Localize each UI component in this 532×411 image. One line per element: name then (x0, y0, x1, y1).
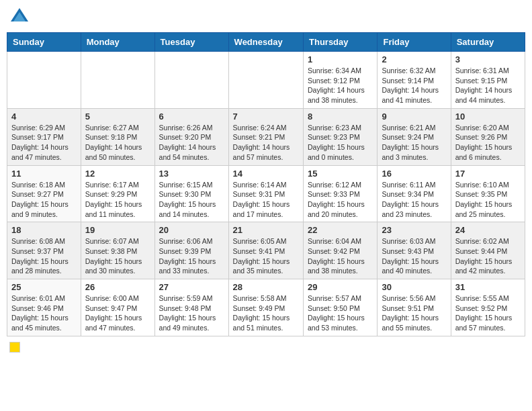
day-number: 9 (382, 111, 446, 122)
day-info: Sunrise: 6:02 AM Sunset: 9:44 PM Dayligh… (455, 236, 521, 276)
calendar-cell: 26Sunrise: 6:00 AM Sunset: 9:47 PM Dayli… (81, 279, 154, 336)
weekday-header: Monday (81, 33, 154, 52)
day-number: 10 (455, 111, 521, 122)
day-info: Sunrise: 6:10 AM Sunset: 9:35 PM Dayligh… (455, 180, 521, 220)
day-number: 25 (11, 282, 77, 292)
calendar-cell: 8Sunrise: 6:23 AM Sunset: 9:23 PM Daylig… (304, 108, 378, 165)
calendar-cell: 9Sunrise: 6:21 AM Sunset: 9:24 PM Daylig… (378, 108, 451, 165)
day-number: 26 (85, 282, 150, 292)
day-number: 30 (382, 282, 446, 292)
day-info: Sunrise: 6:29 AM Sunset: 9:17 PM Dayligh… (11, 123, 77, 163)
calendar-cell: 19Sunrise: 6:07 AM Sunset: 9:38 PM Dayli… (81, 222, 154, 279)
calendar-cell: 4Sunrise: 6:29 AM Sunset: 9:17 PM Daylig… (7, 108, 81, 165)
day-info: Sunrise: 6:06 AM Sunset: 9:39 PM Dayligh… (159, 236, 224, 276)
day-info: Sunrise: 5:59 AM Sunset: 9:48 PM Dayligh… (159, 293, 224, 333)
calendar-cell: 5Sunrise: 6:27 AM Sunset: 9:18 PM Daylig… (81, 108, 154, 165)
weekday-header: Thursday (304, 33, 378, 52)
page-header (7, 7, 525, 27)
logo-icon (9, 7, 30, 27)
calendar-cell: 20Sunrise: 6:06 AM Sunset: 9:39 PM Dayli… (154, 222, 228, 279)
day-info: Sunrise: 5:57 AM Sunset: 9:50 PM Dayligh… (308, 293, 373, 333)
day-info: Sunrise: 6:17 AM Sunset: 9:29 PM Dayligh… (85, 180, 150, 220)
day-number: 29 (308, 282, 373, 292)
day-info: Sunrise: 6:24 AM Sunset: 9:21 PM Dayligh… (233, 123, 299, 163)
calendar-cell: 10Sunrise: 6:20 AM Sunset: 9:26 PM Dayli… (451, 108, 525, 165)
weekday-header: Saturday (451, 33, 525, 52)
day-number: 15 (308, 169, 373, 179)
day-number: 7 (233, 111, 299, 122)
day-number: 2 (382, 54, 446, 64)
calendar-cell: 31Sunrise: 5:55 AM Sunset: 9:52 PM Dayli… (451, 279, 525, 336)
calendar-cell: 29Sunrise: 5:57 AM Sunset: 9:50 PM Dayli… (304, 279, 378, 336)
legend-box (9, 342, 20, 353)
weekday-header-row: SundayMondayTuesdayWednesdayThursdayFrid… (7, 33, 525, 52)
calendar-cell: 24Sunrise: 6:02 AM Sunset: 9:44 PM Dayli… (451, 222, 525, 279)
day-info: Sunrise: 6:03 AM Sunset: 9:43 PM Dayligh… (382, 236, 446, 276)
day-number: 18 (11, 225, 77, 235)
day-info: Sunrise: 6:05 AM Sunset: 9:41 PM Dayligh… (233, 236, 299, 276)
weekday-header: Tuesday (154, 33, 228, 52)
calendar-cell: 15Sunrise: 6:12 AM Sunset: 9:33 PM Dayli… (304, 165, 378, 222)
day-info: Sunrise: 5:58 AM Sunset: 9:49 PM Dayligh… (233, 293, 299, 333)
day-number: 4 (11, 111, 77, 122)
calendar-cell: 25Sunrise: 6:01 AM Sunset: 9:46 PM Dayli… (7, 279, 81, 336)
day-info: Sunrise: 5:55 AM Sunset: 9:52 PM Dayligh… (455, 293, 521, 333)
day-info: Sunrise: 6:23 AM Sunset: 9:23 PM Dayligh… (308, 123, 373, 163)
day-info: Sunrise: 6:18 AM Sunset: 9:27 PM Dayligh… (11, 180, 77, 220)
weekday-header: Sunday (7, 33, 81, 52)
day-number: 1 (308, 54, 373, 64)
day-number: 22 (308, 225, 373, 235)
calendar-cell: 13Sunrise: 6:15 AM Sunset: 9:30 PM Dayli… (154, 165, 228, 222)
day-number: 5 (85, 111, 150, 122)
calendar-cell: 11Sunrise: 6:18 AM Sunset: 9:27 PM Dayli… (7, 165, 81, 222)
logo (9, 7, 32, 27)
calendar-cell: 23Sunrise: 6:03 AM Sunset: 9:43 PM Dayli… (378, 222, 451, 279)
day-info: Sunrise: 6:00 AM Sunset: 9:47 PM Dayligh… (85, 293, 150, 333)
calendar-week-row: 18Sunrise: 6:08 AM Sunset: 9:37 PM Dayli… (7, 222, 525, 279)
calendar-cell: 18Sunrise: 6:08 AM Sunset: 9:37 PM Dayli… (7, 222, 81, 279)
day-number: 17 (455, 169, 521, 179)
day-info: Sunrise: 6:32 AM Sunset: 9:14 PM Dayligh… (382, 66, 446, 105)
calendar-cell: 12Sunrise: 6:17 AM Sunset: 9:29 PM Dayli… (81, 165, 154, 222)
day-number: 27 (159, 282, 224, 292)
calendar-cell: 14Sunrise: 6:14 AM Sunset: 9:31 PM Dayli… (228, 165, 303, 222)
calendar-cell: 16Sunrise: 6:11 AM Sunset: 9:34 PM Dayli… (378, 165, 451, 222)
calendar-cell: 17Sunrise: 6:10 AM Sunset: 9:35 PM Dayli… (451, 165, 525, 222)
day-info: Sunrise: 6:14 AM Sunset: 9:31 PM Dayligh… (233, 180, 299, 220)
calendar-table: SundayMondayTuesdayWednesdayThursdayFrid… (7, 32, 525, 336)
day-number: 8 (308, 111, 373, 122)
weekday-header: Friday (378, 33, 451, 52)
day-number: 3 (455, 54, 521, 64)
day-info: Sunrise: 6:08 AM Sunset: 9:37 PM Dayligh… (11, 236, 77, 276)
day-number: 24 (455, 225, 521, 235)
calendar-cell: 28Sunrise: 5:58 AM Sunset: 9:49 PM Dayli… (228, 279, 303, 336)
day-number: 12 (85, 169, 150, 179)
calendar-cell: 30Sunrise: 5:56 AM Sunset: 9:51 PM Dayli… (378, 279, 451, 336)
day-number: 20 (159, 225, 224, 235)
day-number: 16 (382, 169, 446, 179)
day-info: Sunrise: 6:01 AM Sunset: 9:46 PM Dayligh… (11, 293, 77, 333)
calendar-week-row: 11Sunrise: 6:18 AM Sunset: 9:27 PM Dayli… (7, 165, 525, 222)
day-number: 31 (455, 282, 521, 292)
day-info: Sunrise: 6:07 AM Sunset: 9:38 PM Dayligh… (85, 236, 150, 276)
calendar-cell: 22Sunrise: 6:04 AM Sunset: 9:42 PM Dayli… (304, 222, 378, 279)
day-info: Sunrise: 6:27 AM Sunset: 9:18 PM Dayligh… (85, 123, 150, 163)
day-number: 6 (159, 111, 224, 122)
day-info: Sunrise: 6:12 AM Sunset: 9:33 PM Dayligh… (308, 180, 373, 220)
day-number: 21 (233, 225, 299, 235)
calendar-cell (7, 52, 81, 109)
calendar-cell: 6Sunrise: 6:26 AM Sunset: 9:20 PM Daylig… (154, 108, 228, 165)
day-info: Sunrise: 5:56 AM Sunset: 9:51 PM Dayligh… (382, 293, 446, 333)
calendar-cell: 7Sunrise: 6:24 AM Sunset: 9:21 PM Daylig… (228, 108, 303, 165)
legend (7, 342, 525, 353)
day-info: Sunrise: 6:11 AM Sunset: 9:34 PM Dayligh… (382, 180, 446, 220)
calendar-cell (228, 52, 303, 109)
calendar-cell: 27Sunrise: 5:59 AM Sunset: 9:48 PM Dayli… (154, 279, 228, 336)
day-info: Sunrise: 6:34 AM Sunset: 9:12 PM Dayligh… (308, 66, 373, 105)
calendar-cell (81, 52, 154, 109)
day-info: Sunrise: 6:15 AM Sunset: 9:30 PM Dayligh… (159, 180, 224, 220)
day-number: 13 (159, 169, 224, 179)
day-number: 19 (85, 225, 150, 235)
calendar-cell: 21Sunrise: 6:05 AM Sunset: 9:41 PM Dayli… (228, 222, 303, 279)
calendar-week-row: 4Sunrise: 6:29 AM Sunset: 9:17 PM Daylig… (7, 108, 525, 165)
